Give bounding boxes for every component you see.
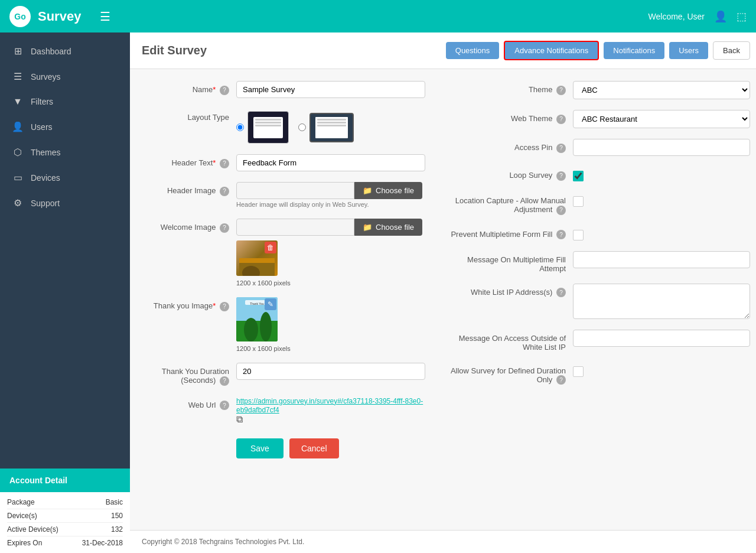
landscape-screen (315, 117, 348, 138)
folder-icon: 📁 (363, 186, 372, 195)
header-text-label: Header Text* ? (142, 154, 236, 168)
copy-icon[interactable]: ⧉ (236, 414, 243, 424)
welcome-image-choose-btn[interactable]: 📁 Choose file (354, 219, 422, 236)
expires-value: 31-Dec-2018 (82, 539, 123, 547)
user-icon[interactable]: 👤 (714, 10, 727, 23)
layout-landscape-input[interactable] (298, 123, 306, 131)
sidebar-item-dashboard[interactable]: ⊞ Dashboard (0, 38, 130, 64)
name-help-icon[interactable]: ? (220, 86, 229, 95)
cancel-button[interactable]: Cancel (289, 438, 339, 458)
location-capture-group: Location Capture - Allow Manual Adjustme… (449, 192, 750, 215)
prevent-multipletime-group: Prevent Multipletime Form Fill ? (449, 226, 750, 240)
sidebar-label-users: Users (31, 122, 53, 132)
name-input[interactable] (236, 81, 425, 98)
action-buttons-group: Save Cancel (142, 435, 425, 458)
sidebar-item-themes[interactable]: ⬡ Themes (0, 139, 130, 165)
welcome-image-file-input[interactable] (236, 219, 354, 236)
thankyou-image-preview-box: Thank You ✎ (236, 297, 278, 341)
thankyou-image-size: 1200 x 1600 pixels (236, 345, 291, 352)
sidebar-label-dashboard: Dashboard (31, 47, 71, 56)
logout-icon[interactable]: ⬚ (737, 10, 747, 23)
sidebar-item-surveys[interactable]: ☰ Surveys (0, 64, 130, 89)
save-button[interactable]: Save (236, 438, 284, 458)
location-capture-checkbox[interactable] (573, 196, 584, 207)
sidebar-item-support[interactable]: ⚙ Support (0, 190, 130, 216)
theme-group: Theme ? ABC Default Blue Green (449, 81, 750, 99)
web-theme-group: Web Theme ? ABC Restaurant Default Moder… (449, 110, 750, 128)
advance-notifications-button[interactable]: Advance Notifications (504, 41, 599, 60)
account-detail-header: Account Detail (0, 469, 130, 492)
header-image-group: Header Image ? 📁 Choose file Header imag… (142, 182, 425, 208)
header-image-choose-btn[interactable]: 📁 Choose file (354, 182, 422, 199)
loop-survey-label: Loop Survey ? (449, 167, 573, 181)
message-access-input[interactable] (573, 330, 750, 347)
notifications-button[interactable]: Notifications (604, 42, 664, 59)
loop-survey-group: Loop Survey ? (449, 167, 750, 181)
header-image-file-group: 📁 Choose file (236, 182, 422, 199)
welcome-image-help-icon[interactable]: ? (220, 223, 229, 233)
account-detail-section: Account Detail Package Basic Device(s) 1… (0, 469, 130, 553)
access-pin-help-icon[interactable]: ? (556, 144, 566, 153)
access-pin-group: Access Pin ? (449, 139, 750, 156)
welcome-image-size: 1200 x 1600 pixels (236, 279, 422, 287)
web-url-link[interactable]: https://admin.gosurvey.in/survey#/cfa371… (236, 397, 423, 414)
white-list-group: White List IP Address(s) ? (449, 284, 750, 319)
thankyou-duration-help-icon[interactable]: ? (220, 376, 229, 386)
devices-label: Device(s) (7, 512, 37, 520)
nav-left: Go Survey ☰ (9, 6, 110, 27)
web-theme-select[interactable]: ABC Restaurant Default Modern (573, 110, 750, 128)
web-theme-help-icon[interactable]: ? (556, 115, 566, 124)
loop-survey-help-icon[interactable]: ? (556, 171, 566, 181)
layout-landscape-radio[interactable] (298, 113, 354, 142)
welcome-image-group: Welcome Image ? 📁 Choose file (142, 219, 425, 287)
layout-label: Layout Type (142, 109, 236, 122)
prevent-help-icon[interactable]: ? (556, 230, 566, 239)
theme-help-icon[interactable]: ? (556, 86, 566, 95)
layout-portrait-input[interactable] (236, 123, 244, 131)
welcome-image-delete-btn[interactable]: 🗑 (265, 242, 276, 253)
allow-survey-checkbox[interactable] (573, 366, 584, 377)
header-text-help-icon[interactable]: ? (220, 159, 229, 168)
header-image-file-input[interactable] (236, 182, 354, 199)
header-text-input[interactable] (236, 154, 425, 171)
devices-icon: ▭ (12, 172, 24, 183)
welcome-text: Welcome, User (649, 12, 705, 21)
nav-right: Welcome, User 👤 ⬚ (649, 10, 747, 23)
message-multipletime-input[interactable] (573, 251, 750, 268)
logo-icon: Go (9, 6, 31, 27)
questions-button[interactable]: Questions (446, 42, 500, 59)
layout-portrait-radio[interactable] (236, 111, 289, 144)
white-list-textarea[interactable] (573, 284, 750, 319)
package-label: Package (7, 498, 35, 506)
thankyou-duration-input[interactable] (236, 363, 425, 380)
white-list-help-icon[interactable]: ? (556, 288, 566, 297)
action-spacer (142, 435, 236, 440)
form-right: Theme ? ABC Default Blue Green Web Theme… (449, 81, 750, 518)
themes-icon: ⬡ (12, 147, 24, 158)
allow-survey-help-icon[interactable]: ? (556, 375, 566, 385)
back-button[interactable]: Back (713, 41, 750, 60)
access-pin-input[interactable] (573, 139, 750, 156)
web-url-group: Web Url ? https://admin.gosurvey.in/surv… (142, 396, 425, 425)
header-image-help-icon[interactable]: ? (220, 187, 229, 196)
thankyou-image-edit-btn[interactable]: ✎ (265, 298, 276, 310)
portrait-screen (253, 117, 283, 138)
name-label: Name* ? (142, 81, 236, 95)
active-devices-label: Active Device(s) (7, 525, 58, 534)
hamburger-menu[interactable]: ☰ (100, 9, 110, 24)
loop-survey-checkbox[interactable] (573, 171, 584, 181)
page-header: Edit Survey Questions Advance Notificati… (130, 32, 756, 69)
sidebar-item-devices[interactable]: ▭ Devices (0, 165, 130, 190)
prevent-multipletime-checkbox[interactable] (573, 230, 584, 240)
layout-group: Layout Type (142, 109, 425, 144)
thankyou-image-help-icon[interactable]: ? (220, 302, 229, 311)
line1 (255, 119, 281, 121)
web-url-help-icon[interactable]: ? (220, 401, 229, 410)
sidebar-item-users[interactable]: 👤 Users (0, 114, 130, 139)
users-button[interactable]: Users (669, 42, 708, 59)
location-help-icon[interactable]: ? (556, 206, 566, 215)
theme-select[interactable]: ABC Default Blue Green (573, 81, 750, 99)
sidebar-item-filters[interactable]: ▼ Filters (0, 89, 130, 114)
filters-icon: ▼ (12, 96, 24, 107)
portrait-icon (247, 111, 289, 144)
